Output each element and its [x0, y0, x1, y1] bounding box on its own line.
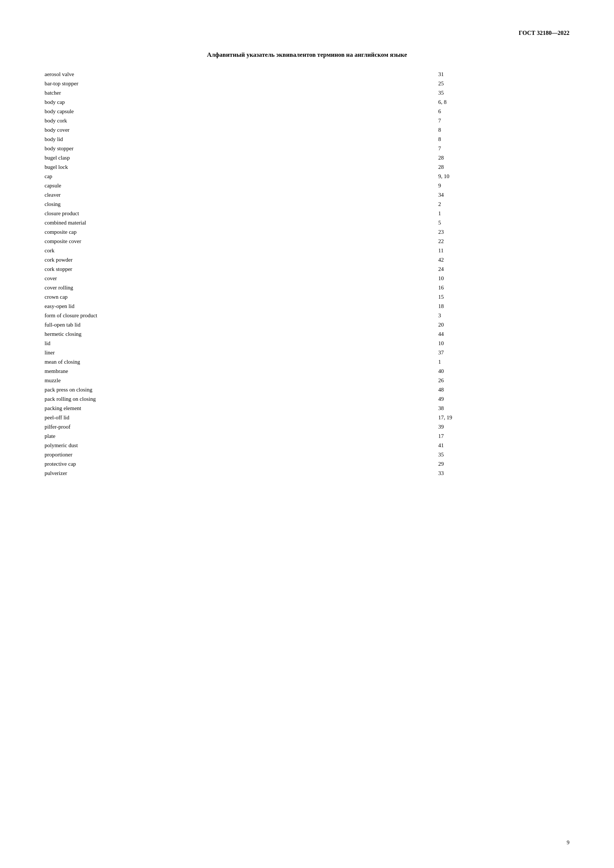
table-row: hermetic closing44 [45, 330, 569, 339]
index-page: 20 [439, 320, 570, 330]
table-row: packing element38 [45, 404, 569, 413]
table-row: cover10 [45, 274, 569, 283]
doc-number: ГОСТ 32180—2022 [45, 30, 569, 36]
index-term: cap [45, 172, 439, 181]
index-term: cork [45, 246, 439, 255]
table-row: body cork7 [45, 116, 569, 126]
table-row: body lid8 [45, 135, 569, 144]
table-row: composite cover22 [45, 237, 569, 246]
index-page: 17 [439, 432, 570, 441]
index-page: 1 [439, 209, 570, 218]
table-row: cork11 [45, 246, 569, 255]
index-term: combined material [45, 218, 439, 228]
index-term: pack press on closing [45, 385, 439, 394]
table-row: capsule9 [45, 181, 569, 191]
table-row: lid10 [45, 339, 569, 348]
table-row: proportioner35 [45, 450, 569, 459]
table-row: pack rolling on closing49 [45, 394, 569, 404]
index-page: 35 [439, 450, 570, 459]
table-row: liner37 [45, 348, 569, 357]
index-term: pilfer-proof [45, 422, 439, 432]
index-page: 2 [439, 200, 570, 209]
index-page: 34 [439, 191, 570, 200]
index-term: closing [45, 200, 439, 209]
table-row: crown cap15 [45, 293, 569, 302]
index-term: proportioner [45, 450, 439, 459]
index-term: easy-open lid [45, 302, 439, 311]
table-row: body stopper7 [45, 144, 569, 153]
table-row: pilfer-proof39 [45, 422, 569, 432]
index-page: 42 [439, 255, 570, 265]
table-row: cork stopper24 [45, 265, 569, 274]
index-page: 31 [439, 70, 570, 79]
table-row: membrane40 [45, 367, 569, 376]
index-page: 6, 8 [439, 98, 570, 107]
index-page: 16 [439, 283, 570, 293]
index-term: cork powder [45, 255, 439, 265]
index-page: 37 [439, 348, 570, 357]
index-page: 15 [439, 293, 570, 302]
table-row: cover rolling16 [45, 283, 569, 293]
table-row: pack press on closing48 [45, 385, 569, 394]
index-term: capsule [45, 181, 439, 191]
page-title: Алфавитный указатель эквивалентов термин… [45, 51, 569, 59]
index-page: 44 [439, 330, 570, 339]
index-term: packing element [45, 404, 439, 413]
index-page: 23 [439, 228, 570, 237]
index-term: cork stopper [45, 265, 439, 274]
index-page: 29 [439, 459, 570, 469]
index-term: hermetic closing [45, 330, 439, 339]
table-row: bugel clasp28 [45, 153, 569, 163]
index-page: 28 [439, 153, 570, 163]
index-page: 10 [439, 274, 570, 283]
index-term: protective cap [45, 459, 439, 469]
index-page: 49 [439, 394, 570, 404]
table-row: body cap6, 8 [45, 98, 569, 107]
index-page: 41 [439, 441, 570, 450]
index-term: body cap [45, 98, 439, 107]
table-row: pulverizer33 [45, 469, 569, 478]
index-term: composite cover [45, 237, 439, 246]
index-page: 7 [439, 144, 570, 153]
index-term: body capsule [45, 107, 439, 116]
index-term: body cork [45, 116, 439, 126]
table-row: closure product1 [45, 209, 569, 218]
table-row: muzzle26 [45, 376, 569, 385]
page-footer: 9 [567, 839, 570, 846]
index-term: cover rolling [45, 283, 439, 293]
index-page: 8 [439, 135, 570, 144]
index-page: 39 [439, 422, 570, 432]
index-term: form of closure product [45, 311, 439, 320]
index-page: 25 [439, 79, 570, 88]
index-term: liner [45, 348, 439, 357]
table-row: cork powder42 [45, 255, 569, 265]
table-row: form of closure product3 [45, 311, 569, 320]
table-row: batcher35 [45, 88, 569, 98]
index-term: membrane [45, 367, 439, 376]
index-term: closure product [45, 209, 439, 218]
index-page: 28 [439, 163, 570, 172]
index-term: bugel clasp [45, 153, 439, 163]
index-page: 40 [439, 367, 570, 376]
index-term: crown cap [45, 293, 439, 302]
index-table: aerosol valve31bar-top stopper25batcher3… [45, 70, 569, 478]
index-term: lid [45, 339, 439, 348]
index-page: 18 [439, 302, 570, 311]
table-row: closing2 [45, 200, 569, 209]
index-page: 8 [439, 126, 570, 135]
index-term: batcher [45, 88, 439, 98]
table-row: aerosol valve31 [45, 70, 569, 79]
index-term: cleaver [45, 191, 439, 200]
index-term: mean of closing [45, 357, 439, 367]
table-row: combined material5 [45, 218, 569, 228]
index-page: 6 [439, 107, 570, 116]
index-page: 1 [439, 357, 570, 367]
table-row: full-open tab lid20 [45, 320, 569, 330]
index-page: 7 [439, 116, 570, 126]
index-page: 38 [439, 404, 570, 413]
table-row: polymeric dust41 [45, 441, 569, 450]
table-row: protective cap29 [45, 459, 569, 469]
table-row: easy-open lid18 [45, 302, 569, 311]
index-page: 22 [439, 237, 570, 246]
index-page: 33 [439, 469, 570, 478]
